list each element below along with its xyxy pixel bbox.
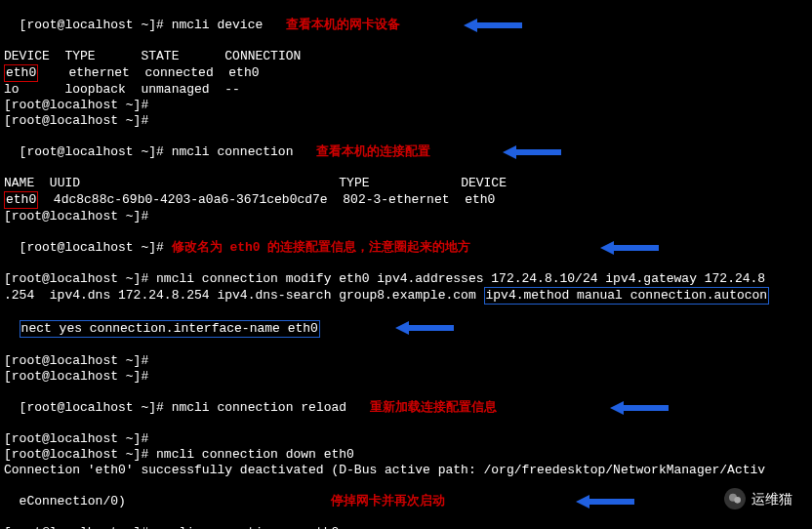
terminal-line: [root@localhost ~]# [4,98,808,113]
command: nmcli connection [172,144,294,159]
terminal-line: [root@localhost ~]# nmcli connection rel… [4,385,808,431]
output-line: Connection 'eth0' successfully deactivat… [4,463,808,478]
command: nmcli connection reload [172,400,346,415]
command: .254 ipv4.dns 172.24.8.254 ipv4.dns-sear… [4,288,476,303]
annotation: 查看本机的连接配置 [316,144,430,159]
terminal-line: [root@localhost ~]# nmcli connection up … [4,525,808,529]
svg-marker-5 [576,495,634,509]
table-row: lo loopback unmanaged -- [4,82,808,98]
terminal-line: [root@localhost ~]# [4,431,808,447]
table-header: DEVICE TYPE STATE CONNECTION [4,49,808,64]
arrow-icon [546,479,604,493]
watermark-text: 运维猫 [751,491,792,507]
terminal-line: nect yes connection.interface-name eth0 [4,305,808,353]
table-header: NAME UUID TYPE DEVICE [4,176,808,191]
terminal-line: [root@localhost ~]# [4,353,808,369]
command: nmcli connection modify eth0 ipv4.addres… [156,271,765,286]
arrow-icon [472,130,531,143]
command: nmcli connection up eth0 [156,525,339,529]
table-row: eth0 4dc8c88c-69b0-4203-a0a6-3671ceb0cd7… [4,191,808,209]
terminal-line: [root@localhost ~]# nmcli connection mod… [4,271,808,287]
arrow-icon [580,386,638,399]
watermark: 运维猫 [724,488,792,509]
svg-marker-0 [464,19,522,32]
terminal-line: [root@localhost ~]# [4,369,808,385]
svg-marker-2 [600,241,659,255]
annotation: 查看本机的网卡设备 [286,18,400,32]
arrow-icon [433,3,492,17]
highlighted-option: nect yes connection.interface-name eth0 [20,320,320,338]
terminal-line: [root@localhost ~]# nmcli device 查看本机的网卡… [4,2,808,49]
annotation: 重新加载连接配置信息 [370,400,497,415]
command: nmcli device [172,18,264,32]
annotation: 修改名为 eth0 的连接配置信息，注意圈起来的地方 [172,240,471,255]
terminal-line: [root@localhost ~]# [4,113,808,129]
svg-marker-3 [395,321,454,335]
highlighted-connection: eth0 [4,191,38,209]
svg-marker-1 [503,145,561,159]
terminal-line: .254 ipv4.dns 172.24.8.254 ipv4.dns-sear… [4,287,808,305]
terminal-line: [root@localhost ~]# 修改名为 eth0 的连接配置信息，注意… [4,224,808,271]
annotation: 停掉网卡并再次启动 [331,494,445,509]
wechat-icon [724,488,746,509]
highlighted-device: eth0 [4,64,38,82]
svg-marker-4 [610,401,669,415]
terminal-line: [root@localhost ~]# [4,209,808,224]
terminal-line: [root@localhost ~]# nmcli connection dow… [4,447,808,463]
output-line: eConnection/0) 停掉网卡并再次启动 [4,478,808,525]
arrow-icon [365,305,424,319]
arrow-icon [570,225,629,239]
highlighted-option: ipv4.method manual connection.autocon [484,287,770,305]
svg-point-8 [734,497,741,504]
prompt: [root@localhost ~]# [20,18,164,32]
command: nmcli connection down eth0 [156,447,354,462]
table-row: eth0 ethernet connected eth0 [4,64,808,82]
terminal-line: [root@localhost ~]# nmcli connection 查看本… [4,129,808,176]
